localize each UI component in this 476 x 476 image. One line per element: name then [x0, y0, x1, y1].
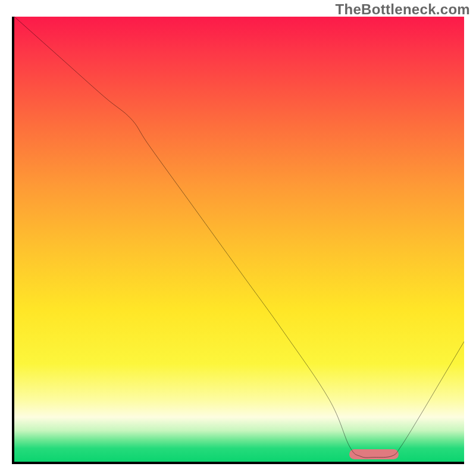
bottleneck-curve: [14, 17, 464, 462]
chart-stage: TheBottleneck.com: [0, 0, 476, 476]
watermark-text: TheBottleneck.com: [336, 1, 470, 18]
chart-plot-area: [12, 17, 464, 464]
curve-path: [14, 17, 464, 458]
